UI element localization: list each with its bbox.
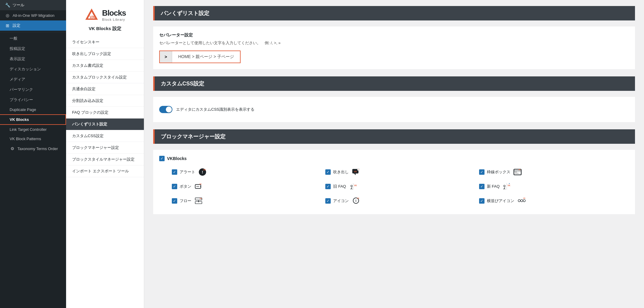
vk-logo-icon: VK [84,7,99,22]
button-label: ボタン [180,184,191,189]
submenu-item-faq-block[interactable]: FAQ ブロックの設定 [66,107,144,119]
submenu-item-common-margin[interactable]: 共通余白設定 [66,83,144,95]
vkblocks-row: ✓ VKBlocks [159,156,629,161]
horizontal-icon-checkbox[interactable]: ✓ [479,198,485,204]
svg-text:A: A [351,187,353,190]
submenu-item-split-load[interactable]: 分割読み込み設定 [66,95,144,107]
breadcrumb-path-preview: HOME > 親ページ > 子ページ [172,51,240,63]
block-item-horizontal-icon: ✓ 横並びアイコン VK [475,194,629,208]
border-box-label: 枠線ボックス [487,169,510,175]
submenu-item-license[interactable]: ライセンスキー [66,36,144,48]
border-box-checkbox[interactable]: ✓ [479,169,485,175]
separator-input[interactable]: > [160,51,172,63]
icon-label: アイコン [333,198,349,204]
block-item-border-box: ✓ 枠線ボックス VK [475,165,629,179]
svg-text:VK: VK [523,197,525,199]
sidebar-item-settings[interactable]: ⊞ 設定 [0,20,66,31]
submenu-logo: VK Blocks Block Library [72,7,138,22]
submenu: VK Blocks Block Library VK Blocks 設定 ライセ… [66,0,144,308]
tools-icon: 🔧 [5,2,10,8]
svg-point-37 [518,199,520,202]
old-faq-label: 旧 FAQ [333,184,346,189]
main-wrapper: VK Blocks Block Library VK Blocks 設定 ライセ… [66,0,644,308]
svg-text:VK: VK [518,169,521,171]
settings-icon: ⊞ [5,23,10,28]
new-faq-label: 新 FAQ [487,184,500,189]
breadcrumb-preview: > HOME > 親ページ > 子ページ [159,51,241,63]
horizontal-icon-block-icon: VK [517,196,526,206]
sidebar-item-media[interactable]: メディア [0,74,66,85]
vkblocks-checkbox[interactable]: ✓ [159,156,165,161]
svg-point-39 [523,199,525,202]
flow-checkbox[interactable]: ✓ [172,198,177,204]
button-checkbox[interactable]: ✓ [172,184,177,189]
breadcrumb-section-header: パンくずリスト設定 [153,6,635,20]
svg-text:i: i [356,199,357,202]
button-icon: VK [194,182,203,191]
block-item-new-faq: ✓ 新 FAQ Q A VK + [475,179,629,194]
sidebar-item-discussion[interactable]: ディスカッション [0,64,66,74]
balloon-checkbox[interactable]: ✓ [325,169,331,175]
svg-marker-7 [354,174,356,175]
svg-text:VK: VK [357,197,360,199]
svg-text:VK: VK [354,184,357,186]
alert-icon: ! VK [198,167,207,177]
svg-text:!: ! [358,169,359,171]
sidebar-item-duplicate-page[interactable]: Duplicate Page [0,105,66,114]
sidebar-item-link-target[interactable]: Link Target Controller [0,125,66,134]
toggle-knob [166,106,172,112]
blocks-grid: ✓ アラート ! VK ✓ 吹き出し [159,165,629,208]
icon-checkbox[interactable]: ✓ [325,198,331,204]
sidebar-item-allinone[interactable]: ◎ All-in-One WP Migration [0,10,66,20]
content-area: パンくずリスト設定 セパレーター設定 セパレーターとして使用したい文字を入力して… [144,0,644,308]
horizontal-icon-label: 横並びアイコン [487,198,514,204]
css-toggle-label: エディタにカスタムCSS識別表示を表示する [176,107,254,112]
svg-text:+: + [509,182,510,185]
submenu-item-custom-css[interactable]: カスタムCSS設定 [66,130,144,142]
logo-title: Blocks [102,8,126,18]
svg-point-38 [521,199,523,202]
sidebar-item-tools[interactable]: 🔧 ツール [0,0,66,10]
submenu-item-breadcrumb[interactable]: パンくずリスト設定 [66,119,144,130]
sidebar-item-reading[interactable]: 表示設定 [0,54,66,64]
alert-label: アラート [180,169,195,175]
alert-checkbox[interactable]: ✓ [172,169,177,175]
sidebar-item-privacy[interactable]: プライバシー [0,95,66,105]
old-faq-checkbox[interactable]: ✓ [325,184,331,189]
submenu-item-custom-font[interactable]: カスタム書式設定 [66,60,144,72]
custom-css-settings-block: エディタにカスタムCSS識別表示を表示する [153,97,635,122]
sidebar-item-taxonomy-terms[interactable]: ⚙ Taxonomy Terms Order [0,143,66,154]
sidebar: 🔧 ツール ◎ All-in-One WP Migration ⊞ 設定 一般 … [0,0,66,308]
sidebar-item-vk-block-patterns[interactable]: VK Block Patterns [0,134,66,143]
svg-marker-32 [198,201,199,202]
sidebar-item-permalinks[interactable]: パーマリンク [0,85,66,95]
separator-desc: セパレーターとして使用したい文字を入力してください。 例: /, >, » [159,40,629,46]
new-faq-checkbox[interactable]: ✓ [479,184,485,189]
svg-rect-13 [515,172,517,172]
submenu-title: VK Blocks 設定 [72,26,138,32]
svg-marker-18 [200,186,201,187]
sidebar-item-writing[interactable]: 投稿設定 [0,44,66,54]
submenu-item-block-manager[interactable]: ブロックマネージャー設定 [66,142,144,154]
submenu-header: VK Blocks Block Library VK Blocks 設定 [66,0,144,36]
flow-icon: VK [194,196,203,206]
block-item-flow: ✓ フロー VK [168,194,322,208]
allinone-icon: ◎ [5,13,10,18]
submenu-item-block-style-manager[interactable]: ブロックスタイルマネージャー設定 [66,154,144,165]
css-toggle[interactable] [159,106,172,113]
submenu-item-balloon[interactable]: 吹き出しブロック設定 [66,48,144,60]
css-toggle-row: エディタにカスタムCSS識別表示を表示する [159,103,629,116]
taxonomy-icon: ⚙ [10,146,15,151]
block-manager-section-header: ブロックマネージャー設定 [153,129,635,144]
old-faq-icon: Q A VK [348,182,358,191]
sidebar-item-vkblocks[interactable]: VK Blocks [0,114,66,125]
submenu-item-import-export[interactable]: インポート エクスポート ツール [66,165,144,177]
svg-text:VK: VK [199,183,202,185]
svg-text:VK: VK [200,198,202,199]
logo-subtitle: Block Library [102,18,126,21]
separator-label: セパレーター設定 [159,32,629,38]
sidebar-item-general[interactable]: 一般 [0,33,66,44]
breadcrumb-settings-block: セパレーター設定 セパレーターとして使用したい文字を入力してください。 例: /… [153,26,635,69]
block-item-balloon: ✓ 吹き出し VK ! [322,165,475,179]
submenu-item-custom-block-style[interactable]: カスタムブロックスタイル設定 [66,72,144,83]
